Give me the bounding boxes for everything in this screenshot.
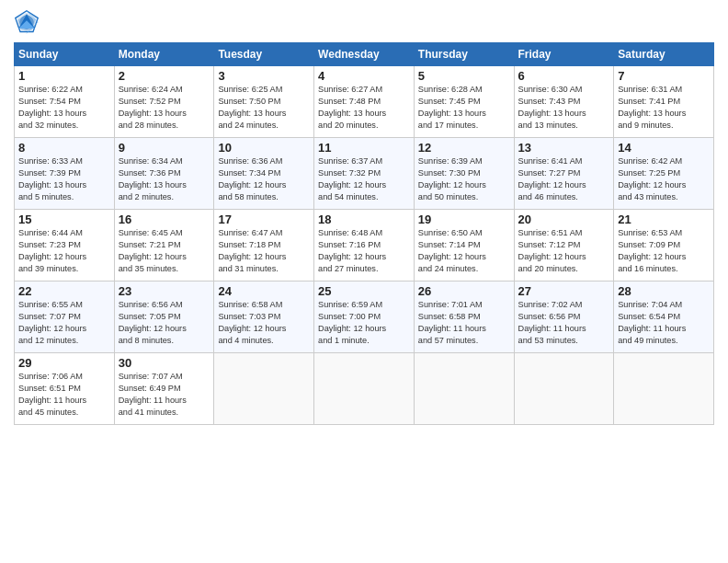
day-cell: 23Sunrise: 6:56 AM Sunset: 7:05 PM Dayli…	[114, 282, 214, 353]
day-cell: 8Sunrise: 6:33 AM Sunset: 7:39 PM Daylig…	[15, 138, 115, 210]
day-number: 8	[18, 141, 110, 155]
week-row-1: 8Sunrise: 6:33 AM Sunset: 7:39 PM Daylig…	[15, 138, 714, 210]
day-content: Sunrise: 6:37 AM Sunset: 7:32 PM Dayligh…	[318, 155, 410, 203]
day-content: Sunrise: 6:56 AM Sunset: 7:05 PM Dayligh…	[119, 299, 210, 347]
day-cell: 12Sunrise: 6:39 AM Sunset: 7:30 PM Dayli…	[414, 138, 514, 210]
week-row-2: 15Sunrise: 6:44 AM Sunset: 7:23 PM Dayli…	[15, 210, 714, 282]
day-cell: 1Sunrise: 6:22 AM Sunset: 7:54 PM Daylig…	[15, 66, 115, 138]
day-content: Sunrise: 6:47 AM Sunset: 7:18 PM Dayligh…	[218, 227, 310, 275]
day-cell: 18Sunrise: 6:48 AM Sunset: 7:16 PM Dayli…	[314, 210, 415, 282]
day-number: 22	[18, 284, 110, 298]
day-content: Sunrise: 6:50 AM Sunset: 7:14 PM Dayligh…	[418, 227, 510, 275]
day-content: Sunrise: 6:22 AM Sunset: 7:54 PM Dayligh…	[18, 84, 110, 132]
day-content: Sunrise: 6:42 AM Sunset: 7:25 PM Dayligh…	[618, 155, 710, 203]
day-number: 28	[618, 284, 710, 298]
header-friday: Friday	[514, 43, 614, 66]
day-content: Sunrise: 7:01 AM Sunset: 6:58 PM Dayligh…	[418, 299, 510, 347]
header-row: SundayMondayTuesdayWednesdayThursdayFrid…	[15, 43, 714, 66]
day-content: Sunrise: 6:31 AM Sunset: 7:41 PM Dayligh…	[618, 84, 710, 132]
day-content: Sunrise: 6:44 AM Sunset: 7:23 PM Dayligh…	[18, 227, 110, 275]
day-cell	[314, 353, 415, 425]
day-cell: 26Sunrise: 7:01 AM Sunset: 6:58 PM Dayli…	[414, 282, 514, 353]
day-cell: 7Sunrise: 6:31 AM Sunset: 7:41 PM Daylig…	[614, 66, 714, 138]
day-cell: 21Sunrise: 6:53 AM Sunset: 7:09 PM Dayli…	[614, 210, 714, 282]
day-number: 30	[119, 356, 210, 370]
day-number: 2	[119, 69, 210, 83]
day-content: Sunrise: 6:41 AM Sunset: 7:27 PM Dayligh…	[518, 155, 610, 203]
week-row-4: 29Sunrise: 7:06 AM Sunset: 6:51 PM Dayli…	[15, 353, 714, 425]
day-cell: 10Sunrise: 6:36 AM Sunset: 7:34 PM Dayli…	[214, 138, 314, 210]
day-cell: 3Sunrise: 6:25 AM Sunset: 7:50 PM Daylig…	[214, 66, 314, 138]
day-cell: 28Sunrise: 7:04 AM Sunset: 6:54 PM Dayli…	[614, 282, 714, 353]
day-number: 23	[119, 284, 210, 298]
day-cell	[414, 353, 514, 425]
day-cell: 13Sunrise: 6:41 AM Sunset: 7:27 PM Dayli…	[514, 138, 614, 210]
header-saturday: Saturday	[614, 43, 714, 66]
header-thursday: Thursday	[414, 43, 514, 66]
day-content: Sunrise: 6:24 AM Sunset: 7:52 PM Dayligh…	[119, 84, 210, 132]
day-number: 9	[119, 141, 210, 155]
day-cell: 29Sunrise: 7:06 AM Sunset: 6:51 PM Dayli…	[15, 353, 115, 425]
day-content: Sunrise: 6:33 AM Sunset: 7:39 PM Dayligh…	[18, 155, 110, 203]
header-sunday: Sunday	[15, 43, 115, 66]
calendar-table: SundayMondayTuesdayWednesdayThursdayFrid…	[14, 42, 714, 425]
day-cell	[514, 353, 614, 425]
day-content: Sunrise: 7:07 AM Sunset: 6:49 PM Dayligh…	[119, 371, 210, 419]
day-number: 29	[18, 356, 110, 370]
day-content: Sunrise: 6:53 AM Sunset: 7:09 PM Dayligh…	[618, 227, 710, 275]
week-row-0: 1Sunrise: 6:22 AM Sunset: 7:54 PM Daylig…	[15, 66, 714, 138]
day-number: 15	[18, 213, 110, 226]
day-cell: 19Sunrise: 6:50 AM Sunset: 7:14 PM Dayli…	[414, 210, 514, 282]
day-content: Sunrise: 7:04 AM Sunset: 6:54 PM Dayligh…	[618, 299, 710, 347]
day-content: Sunrise: 7:06 AM Sunset: 6:51 PM Dayligh…	[18, 371, 110, 419]
day-number: 13	[518, 141, 610, 155]
header-wednesday: Wednesday	[314, 43, 415, 66]
day-number: 26	[418, 284, 510, 298]
logo-icon	[14, 9, 40, 35]
day-content: Sunrise: 6:30 AM Sunset: 7:43 PM Dayligh…	[518, 84, 610, 132]
day-cell: 14Sunrise: 6:42 AM Sunset: 7:25 PM Dayli…	[614, 138, 714, 210]
day-cell: 9Sunrise: 6:34 AM Sunset: 7:36 PM Daylig…	[114, 138, 214, 210]
day-content: Sunrise: 6:28 AM Sunset: 7:45 PM Dayligh…	[418, 84, 510, 132]
day-cell: 30Sunrise: 7:07 AM Sunset: 6:49 PM Dayli…	[114, 353, 214, 425]
day-number: 5	[418, 69, 510, 83]
day-cell: 16Sunrise: 6:45 AM Sunset: 7:21 PM Dayli…	[114, 210, 214, 282]
day-cell: 2Sunrise: 6:24 AM Sunset: 7:52 PM Daylig…	[114, 66, 214, 138]
day-number: 20	[518, 213, 610, 226]
day-content: Sunrise: 6:45 AM Sunset: 7:21 PM Dayligh…	[119, 227, 210, 275]
week-row-3: 22Sunrise: 6:55 AM Sunset: 7:07 PM Dayli…	[15, 282, 714, 353]
day-number: 12	[418, 141, 510, 155]
day-content: Sunrise: 6:58 AM Sunset: 7:03 PM Dayligh…	[218, 299, 310, 347]
day-number: 6	[518, 69, 610, 83]
header-monday: Monday	[114, 43, 214, 66]
day-content: Sunrise: 6:51 AM Sunset: 7:12 PM Dayligh…	[518, 227, 610, 275]
day-number: 14	[618, 141, 710, 155]
day-cell: 5Sunrise: 6:28 AM Sunset: 7:45 PM Daylig…	[414, 66, 514, 138]
day-content: Sunrise: 6:48 AM Sunset: 7:16 PM Dayligh…	[318, 227, 410, 275]
day-cell	[214, 353, 314, 425]
day-number: 18	[318, 213, 410, 226]
day-content: Sunrise: 6:27 AM Sunset: 7:48 PM Dayligh…	[318, 84, 410, 132]
day-number: 27	[518, 284, 610, 298]
day-content: Sunrise: 6:36 AM Sunset: 7:34 PM Dayligh…	[218, 155, 310, 203]
day-content: Sunrise: 6:55 AM Sunset: 7:07 PM Dayligh…	[18, 299, 110, 347]
day-number: 1	[18, 69, 110, 83]
day-cell: 15Sunrise: 6:44 AM Sunset: 7:23 PM Dayli…	[15, 210, 115, 282]
day-cell: 4Sunrise: 6:27 AM Sunset: 7:48 PM Daylig…	[314, 66, 415, 138]
day-number: 19	[418, 213, 510, 226]
day-cell: 22Sunrise: 6:55 AM Sunset: 7:07 PM Dayli…	[15, 282, 115, 353]
day-number: 16	[119, 213, 210, 226]
day-cell	[614, 353, 714, 425]
day-content: Sunrise: 6:39 AM Sunset: 7:30 PM Dayligh…	[418, 155, 510, 203]
day-number: 3	[218, 69, 310, 83]
day-content: Sunrise: 6:59 AM Sunset: 7:00 PM Dayligh…	[318, 299, 410, 347]
day-cell: 25Sunrise: 6:59 AM Sunset: 7:00 PM Dayli…	[314, 282, 415, 353]
day-number: 25	[318, 284, 410, 298]
day-cell: 20Sunrise: 6:51 AM Sunset: 7:12 PM Dayli…	[514, 210, 614, 282]
day-number: 10	[218, 141, 310, 155]
day-content: Sunrise: 7:02 AM Sunset: 6:56 PM Dayligh…	[518, 299, 610, 347]
day-cell: 27Sunrise: 7:02 AM Sunset: 6:56 PM Dayli…	[514, 282, 614, 353]
day-cell: 17Sunrise: 6:47 AM Sunset: 7:18 PM Dayli…	[214, 210, 314, 282]
day-number: 11	[318, 141, 410, 155]
logo	[14, 9, 43, 35]
